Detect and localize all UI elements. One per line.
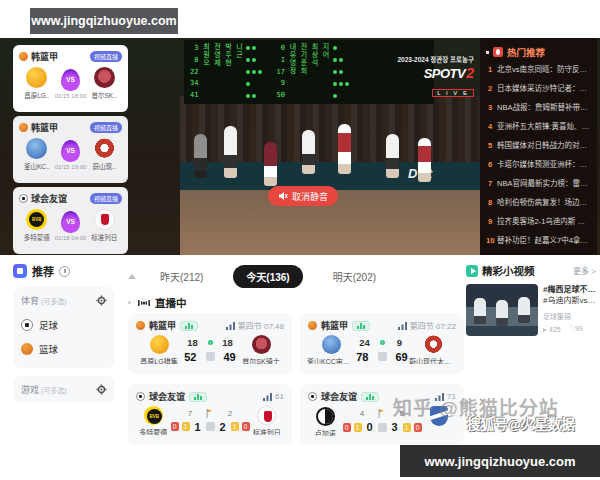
animation-icon[interactable] bbox=[378, 423, 387, 432]
animation-icon[interactable] bbox=[206, 422, 215, 431]
match-card[interactable]: 球会友谊 61 多特蒙德 bbox=[128, 384, 292, 445]
headline: 亚洲杯五大前锋:黄喜灿、上田绮世... bbox=[497, 120, 591, 131]
rank: 10 bbox=[486, 236, 494, 245]
headline: 日本媒体采访沙特记者：日本队普... bbox=[497, 82, 591, 93]
player-figure bbox=[302, 130, 315, 174]
tab-tomorrow[interactable]: 明天(202) bbox=[323, 266, 386, 287]
history-icon[interactable] bbox=[59, 266, 70, 277]
yellow-card-count-away: 1 bbox=[231, 422, 239, 431]
away-team: 标准列日 bbox=[250, 406, 285, 435]
scoreboard-number: 34 bbox=[190, 80, 198, 87]
score-home: 0 bbox=[365, 421, 375, 433]
more-link[interactable]: 更多 > bbox=[573, 265, 596, 276]
headline: 哈利伯顿伤病复发！场边热身出战成疑... bbox=[497, 196, 591, 207]
chevron-up-icon[interactable] bbox=[128, 274, 136, 279]
schedule-card[interactable]: 韩篮甲 视频直播 昌原LG.. VS 01/15 18:00 首尔SK.. bbox=[13, 45, 128, 112]
home-team: 釜山KCC宙斯盾 bbox=[308, 335, 354, 364]
item-label: 足球 bbox=[39, 318, 58, 332]
video-title-line1: #梅西足球不可复制 bbox=[543, 284, 596, 295]
tab-yesterday[interactable]: 昨天(212) bbox=[150, 266, 213, 287]
live-anim-badge bbox=[361, 392, 379, 402]
hot-news-item[interactable]: 9拉齐奥客场2-1乌迪内斯 联赛3连胜 bbox=[486, 215, 591, 234]
red-card-count-home: 0 bbox=[171, 422, 179, 431]
hot-news-item[interactable]: 1北京vs南京同曦：防守反击北京3... bbox=[486, 63, 591, 82]
match-minute: 61 bbox=[275, 392, 284, 401]
tab-today[interactable]: 今天(136) bbox=[233, 265, 302, 288]
broadcast-overlay: 2023-2024 정관장 프로농구 SPOTV 2 L I V E bbox=[348, 54, 474, 99]
scoreboard-number: 17 bbox=[276, 69, 284, 76]
team-logo bbox=[26, 209, 47, 230]
league-name: 球会友谊 bbox=[149, 390, 185, 403]
headline: 替补功臣！赵嘉义7中4拿到18分8... bbox=[497, 234, 591, 245]
schedule-card[interactable]: 韩篮甲 视频直播 釜山KC.. VS 01/15 19:00 蔚山现.. bbox=[13, 116, 128, 183]
games-filter-section: 游戏 (可多选) bbox=[13, 376, 115, 403]
sidebar-item-football[interactable]: 足球 bbox=[21, 313, 107, 337]
match-card[interactable]: 韩篮甲 第四节 07:22 釜山KCC宙斯盾 bbox=[300, 313, 464, 374]
rank: 7 bbox=[486, 179, 494, 188]
match-card[interactable]: 韩篮甲 第四节 07:48 昌原LG猎隼 bbox=[128, 313, 292, 374]
bullet-icon bbox=[128, 301, 131, 304]
schedule-card[interactable]: 球会友谊 视频直播 多特蒙德 VS 01/18 04:00 标准列日 bbox=[13, 187, 128, 254]
team-name: 首尔SK骑士 bbox=[242, 356, 279, 364]
gear-icon[interactable] bbox=[96, 295, 107, 306]
scoreboard-player-name: 니근 bbox=[234, 43, 243, 101]
hot-news-item[interactable]: 8哈利伯顿伤病复发！场边热身出战成疑... bbox=[486, 196, 591, 215]
football-icon bbox=[21, 319, 33, 331]
panel-title: 精彩小视频 bbox=[482, 263, 569, 278]
scoreboard-player-name: 최상석 bbox=[310, 43, 319, 101]
live-match-grid: 韩篮甲 第四节 07:48 昌原LG猎隼 bbox=[128, 313, 464, 445]
page: www.jingqizhuoyue.com 知乎 @熊猫比分站 搜狐号@火星数据… bbox=[0, 0, 600, 480]
rank: 6 bbox=[486, 160, 494, 169]
video-player[interactable]: D'et 3 8 22 34 41 bbox=[180, 38, 480, 255]
live-anim-badge bbox=[180, 321, 198, 331]
home-team: 多特蒙德 bbox=[136, 406, 171, 435]
video-item[interactable]: #梅西足球不可复制 #乌迪内斯vs拉齐... 足球集锦 425 ♡99 bbox=[466, 284, 596, 336]
hot-news-item[interactable]: 3NBA战报：詹姆斯替补带队轻取三... bbox=[486, 101, 591, 120]
hot-news-item[interactable]: 2日本媒体采访沙特记者：日本队普... bbox=[486, 82, 591, 101]
league-name: 韩篮甲 bbox=[321, 319, 348, 332]
hot-news-item[interactable]: 5韩国媒体对日韩战力的对比：韩国... bbox=[486, 139, 591, 158]
broadcast-channel: SPOTV bbox=[424, 66, 466, 81]
stats-icon bbox=[226, 322, 235, 330]
live-section-heading: 直播中 bbox=[128, 295, 187, 310]
unmute-button[interactable]: 取消静音 bbox=[268, 186, 338, 206]
schedule-list: 韩篮甲 视频直播 昌原LG.. VS 01/15 18:00 首尔SK.. bbox=[13, 45, 128, 254]
hot-news-item[interactable]: 10替补功臣！赵嘉义7中4拿到18分8... bbox=[486, 234, 591, 253]
headline: 卡塔尔媒体预测亚洲杯：日本夺冠... bbox=[497, 158, 591, 169]
broadcast-season: 2023-2024 정관장 프로농구 bbox=[348, 54, 474, 64]
scoreboard-player-name: 박주현 bbox=[223, 43, 232, 101]
hot-news-item[interactable]: 7NBA官网最新实力榜：雷霆回榜强... bbox=[486, 177, 591, 196]
vs-icon: VS bbox=[61, 69, 80, 91]
headline: 韩国媒体对日韩战力的对比：韩国... bbox=[497, 139, 591, 150]
animation-icon[interactable] bbox=[206, 352, 215, 361]
scoreboard-number: 1 bbox=[276, 57, 284, 64]
hot-news-item[interactable]: 6卡塔尔媒体预测亚洲杯：日本夺冠... bbox=[486, 158, 591, 177]
unmute-label: 取消静音 bbox=[292, 190, 328, 203]
team-logo bbox=[26, 138, 47, 159]
team-name: 标准列日 bbox=[253, 427, 281, 435]
gear-icon[interactable] bbox=[96, 384, 107, 395]
watermark-bottom-bar: www.jingqizhuoyue.com bbox=[400, 445, 600, 477]
team-name: 首尔SK.. bbox=[92, 90, 117, 100]
scoreboard-number: 50 bbox=[276, 92, 284, 99]
headline: NBA战报：詹姆斯替补带队轻取三... bbox=[497, 101, 591, 112]
sidebar-title: 推荐 bbox=[32, 263, 54, 279]
yellow-card-count-home: 1 bbox=[182, 422, 190, 431]
animation-icon[interactable] bbox=[378, 352, 387, 361]
hot-news-item[interactable]: 4亚洲杯五大前锋:黄喜灿、上田绮世... bbox=[486, 120, 591, 139]
team-name: 釜山KCC宙斯盾 bbox=[307, 356, 355, 364]
headline: 拉齐奥客场2-1乌迪内斯 联赛3连胜 bbox=[497, 215, 591, 226]
sidebar-item-basketball[interactable]: 篮球 bbox=[21, 337, 107, 361]
player-figure bbox=[264, 142, 277, 186]
basketball-icon bbox=[19, 123, 28, 132]
team-logo bbox=[424, 335, 443, 354]
basketball-icon bbox=[136, 321, 145, 330]
vs-label: VS bbox=[66, 147, 75, 154]
video-thumbnail[interactable] bbox=[466, 284, 538, 336]
corners-away: 2 bbox=[225, 409, 235, 418]
section-hint: (可多选) bbox=[41, 296, 96, 306]
live-dot-icon bbox=[208, 340, 213, 345]
scoreboard-player-name: 지어 bbox=[321, 43, 330, 101]
short-videos-panel: 精彩小视频 更多 > #梅西足球不可复制 #乌迪内斯vs拉齐... 足球集锦 4… bbox=[466, 263, 596, 336]
home-team: 多特蒙德 bbox=[19, 209, 55, 242]
